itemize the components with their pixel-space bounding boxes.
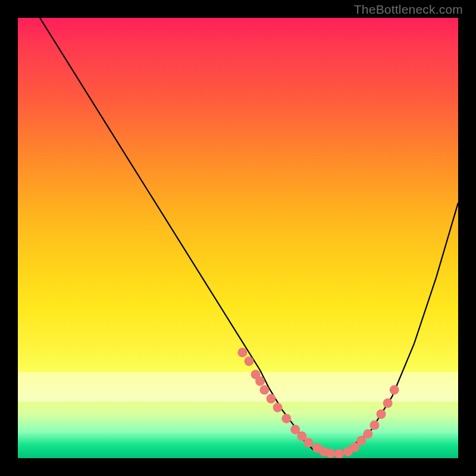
watermark-text: TheBottleneck.com (354, 2, 463, 17)
gradient-plot-area (18, 18, 458, 458)
chart-stage: TheBottleneck.com (0, 0, 476, 476)
